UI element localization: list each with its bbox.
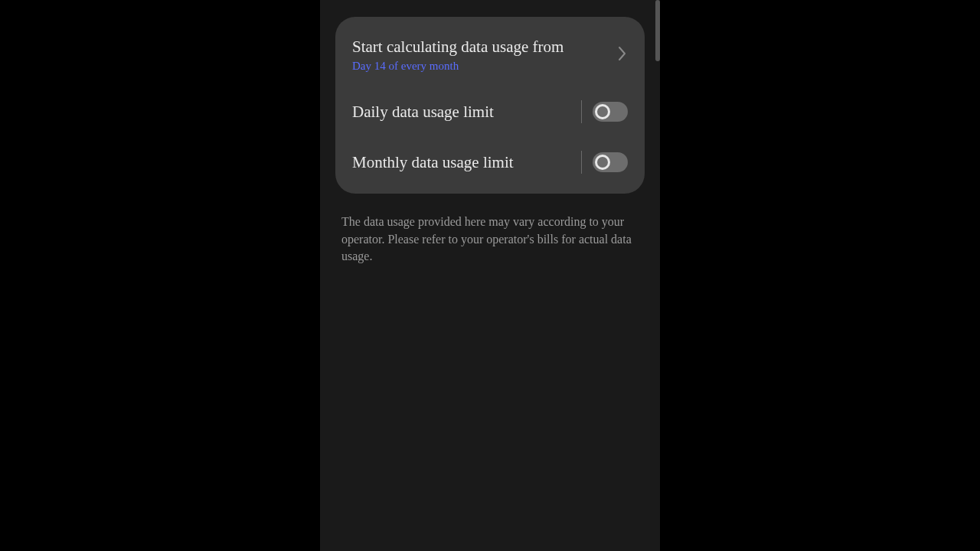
start-date-text: Start calculating data usage from Day 14…	[352, 37, 611, 73]
settings-card: Start calculating data usage from Day 14…	[335, 17, 645, 194]
disclaimer-text: The data usage provided here may vary ac…	[320, 194, 660, 265]
chevron-right-icon	[617, 45, 628, 65]
divider	[581, 100, 582, 123]
toggle-knob	[595, 155, 610, 170]
monthly-limit-toggle[interactable]	[593, 152, 628, 172]
monthly-limit-row[interactable]: Monthly data usage limit	[335, 137, 645, 187]
start-date-title: Start calculating data usage from	[352, 37, 611, 57]
scrollbar-thumb[interactable]	[655, 0, 660, 61]
toggle-knob	[595, 104, 610, 119]
stage: Start calculating data usage from Day 14…	[0, 0, 980, 551]
phone-screen: Start calculating data usage from Day 14…	[320, 0, 660, 551]
start-date-subtitle: Day 14 of every month	[352, 60, 611, 73]
daily-limit-label: Daily data usage limit	[352, 103, 575, 122]
start-date-row[interactable]: Start calculating data usage from Day 14…	[335, 23, 645, 86]
monthly-limit-label: Monthly data usage limit	[352, 153, 575, 172]
daily-limit-toggle[interactable]	[593, 102, 628, 122]
daily-limit-row[interactable]: Daily data usage limit	[335, 86, 645, 137]
divider	[581, 151, 582, 174]
